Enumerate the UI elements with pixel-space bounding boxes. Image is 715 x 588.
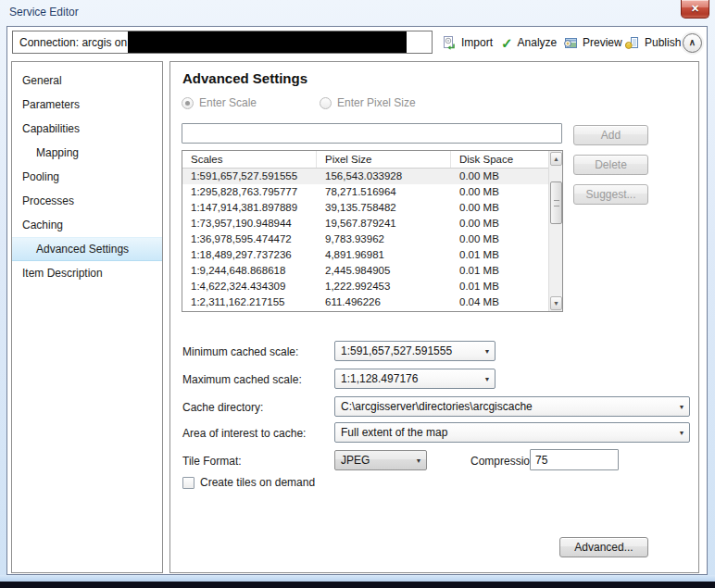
table-row[interactable]: 1:18,489,297.737236 4,891.96981 0.01 MB bbox=[182, 247, 548, 263]
table-row[interactable]: 1:295,828,763.795777 78,271.516964 0.00 … bbox=[182, 184, 548, 200]
analyze-button[interactable]: ✓ Analyze bbox=[501, 31, 557, 54]
enter-scale-radio[interactable] bbox=[182, 97, 194, 109]
cell-scale: 1:147,914,381.897889 bbox=[182, 200, 317, 216]
redacted-connection-value bbox=[128, 31, 407, 53]
scroll-down-button[interactable]: ▼ bbox=[550, 296, 562, 310]
cell-pixel-size: 9,783.93962 bbox=[317, 231, 451, 247]
max-cached-scale-select[interactable]: 1:1,128.497176 ▼ bbox=[334, 369, 495, 389]
area-of-interest-select[interactable]: Full extent of the map ▼ bbox=[334, 422, 690, 443]
suggest-button[interactable]: Suggest... bbox=[573, 184, 648, 205]
advanced-button[interactable]: Advanced... bbox=[559, 537, 648, 557]
table-row[interactable]: 1:9,244,648.868618 2,445.984905 0.01 MB bbox=[182, 263, 548, 279]
selected-value: 1:591,657,527.591555 bbox=[335, 344, 480, 357]
cell-pixel-size: 1,222.992453 bbox=[317, 279, 451, 294]
add-button[interactable]: Add bbox=[573, 125, 648, 145]
sidebar-item-label: General bbox=[22, 74, 62, 87]
scroll-down-icon: ▼ bbox=[553, 300, 559, 307]
page-title: Advanced Settings bbox=[182, 70, 307, 86]
table-body: 1:591,657,527.591555 156,543.033928 0.00… bbox=[182, 169, 548, 310]
column-header-disk-space[interactable]: Disk Space bbox=[451, 151, 548, 168]
preview-icon bbox=[562, 35, 578, 51]
scroll-up-button[interactable]: ▲ bbox=[550, 152, 562, 166]
sidebar-item-mapping[interactable]: Mapping bbox=[12, 141, 162, 165]
scales-table: Scales Pixel Size Disk Space 1:591,657,5… bbox=[182, 150, 563, 312]
table-row[interactable]: 1:4,622,324.434309 1,222.992453 0.01 MB bbox=[182, 279, 548, 294]
compression-input[interactable] bbox=[530, 449, 619, 470]
sidebar-item-label: Processes bbox=[22, 194, 74, 207]
collapse-panel-button[interactable]: ∧ bbox=[683, 33, 702, 53]
sidebar-item-advanced-settings[interactable]: Advanced Settings bbox=[12, 237, 162, 261]
sidebar-item-label: Parameters bbox=[22, 98, 80, 111]
cell-disk-space: 0.01 MB bbox=[451, 263, 548, 279]
dropdown-arrow-icon: ▼ bbox=[480, 348, 495, 355]
publish-button[interactable]: Publish bbox=[624, 31, 681, 54]
column-header-pixel-size[interactable]: Pixel Size bbox=[317, 151, 451, 168]
sidebar-item-label: Item Description bbox=[22, 267, 103, 280]
chevron-up-icon: ∧ bbox=[689, 38, 696, 47]
table-header: Scales Pixel Size Disk Space bbox=[182, 151, 548, 169]
sidebar-item-label: Capabilities bbox=[22, 122, 80, 135]
cell-scale: 1:9,244,648.868618 bbox=[182, 263, 317, 279]
table-row[interactable]: 1:591,657,527.591555 156,543.033928 0.00… bbox=[182, 169, 548, 184]
service-editor-window: Service Editor ✕ Connection: arcgis on I… bbox=[0, 0, 715, 588]
cell-pixel-size: 4,891.96981 bbox=[317, 247, 451, 263]
selected-value: JPEG bbox=[335, 454, 411, 467]
close-button[interactable]: ✕ bbox=[681, 0, 709, 19]
sidebar-item-pooling[interactable]: Pooling bbox=[12, 165, 162, 189]
tile-format-label: Tile Format: bbox=[182, 455, 242, 468]
cell-disk-space: 0.01 MB bbox=[451, 279, 548, 294]
sidebar-item-processes[interactable]: Processes bbox=[12, 189, 162, 213]
cell-disk-space: 0.00 MB bbox=[451, 169, 548, 184]
cell-scale: 1:2,311,162.217155 bbox=[182, 294, 317, 310]
max-cached-scale-label: Maximum cached scale: bbox=[182, 373, 302, 386]
cell-scale: 1:36,978,595.474472 bbox=[182, 231, 317, 247]
cell-pixel-size: 78,271.516964 bbox=[317, 184, 451, 200]
sidebar-item-label: Mapping bbox=[36, 146, 79, 159]
analyze-check-icon: ✓ bbox=[501, 36, 513, 50]
selected-value: 1:1,128.497176 bbox=[335, 372, 480, 385]
min-cached-scale-label: Minimum cached scale: bbox=[182, 345, 298, 358]
sidebar-item-general[interactable]: General bbox=[12, 69, 162, 93]
compression-label: Compression: bbox=[470, 455, 539, 468]
enter-pixel-size-radio[interactable] bbox=[320, 97, 332, 109]
sidebar-item-label: Pooling bbox=[22, 170, 59, 183]
preview-button[interactable]: Preview bbox=[562, 31, 622, 54]
scrollbar-thumb[interactable] bbox=[550, 181, 562, 224]
sidebar-item-parameters[interactable]: Parameters bbox=[12, 93, 162, 117]
table-row[interactable]: 1:147,914,381.897889 39,135.758482 0.00 … bbox=[182, 200, 548, 216]
sidebar-item-caching[interactable]: Caching bbox=[12, 213, 162, 237]
table-row[interactable]: 1:36,978,595.474472 9,783.93962 0.00 MB bbox=[182, 231, 548, 247]
column-header-scales[interactable]: Scales bbox=[182, 151, 317, 168]
enter-scale-label: Enter Scale bbox=[199, 96, 257, 109]
enter-pixel-size-label: Enter Pixel Size bbox=[337, 96, 416, 109]
tile-format-select[interactable]: JPEG ▼ bbox=[334, 450, 427, 470]
sidebar-item-item-description[interactable]: Item Description bbox=[12, 261, 162, 285]
delete-button[interactable]: Delete bbox=[573, 155, 648, 175]
title-bar[interactable]: Service Editor ✕ bbox=[0, 0, 715, 26]
scale-input[interactable] bbox=[182, 123, 562, 144]
cell-scale: 1:4,622,324.434309 bbox=[182, 279, 317, 294]
cell-scale: 1:295,828,763.795777 bbox=[182, 184, 317, 200]
create-tiles-checkbox[interactable] bbox=[182, 477, 194, 489]
analyze-label: Analyze bbox=[518, 36, 558, 49]
min-cached-scale-select[interactable]: 1:591,657,527.591555 ▼ bbox=[334, 341, 495, 361]
window-title: Service Editor bbox=[9, 6, 79, 19]
table-row[interactable]: 1:2,311,162.217155 611.496226 0.04 MB bbox=[182, 294, 548, 310]
sidebar-item-label: Advanced Settings bbox=[36, 243, 129, 256]
create-tiles-label: Create tiles on demand bbox=[200, 476, 315, 489]
area-of-interest-label: Area of interest to cache: bbox=[182, 427, 306, 440]
sidebar-item-capabilities[interactable]: Capabilities bbox=[12, 117, 162, 141]
table-row[interactable]: 1:73,957,190.948944 19,567.879241 0.00 M… bbox=[182, 216, 548, 231]
dropdown-arrow-icon: ▼ bbox=[411, 457, 426, 464]
connection-input[interactable]: Connection: arcgis on bbox=[12, 31, 433, 54]
table-scrollbar[interactable]: ▲ ▼ bbox=[548, 151, 562, 311]
cell-pixel-size: 19,567.879241 bbox=[317, 216, 451, 231]
dropdown-arrow-icon: ▼ bbox=[480, 376, 495, 382]
settings-nav: General Parameters Capabilities Mapping … bbox=[11, 61, 163, 573]
background-strip bbox=[0, 582, 715, 588]
dropdown-arrow-icon: ▼ bbox=[674, 430, 689, 436]
cell-scale: 1:591,657,527.591555 bbox=[182, 169, 317, 184]
import-button[interactable]: Import bbox=[441, 31, 493, 54]
cache-directory-label: Cache directory: bbox=[182, 401, 263, 414]
cache-directory-select[interactable]: C:\arcgisserver\directories\arcgiscache … bbox=[334, 396, 690, 417]
